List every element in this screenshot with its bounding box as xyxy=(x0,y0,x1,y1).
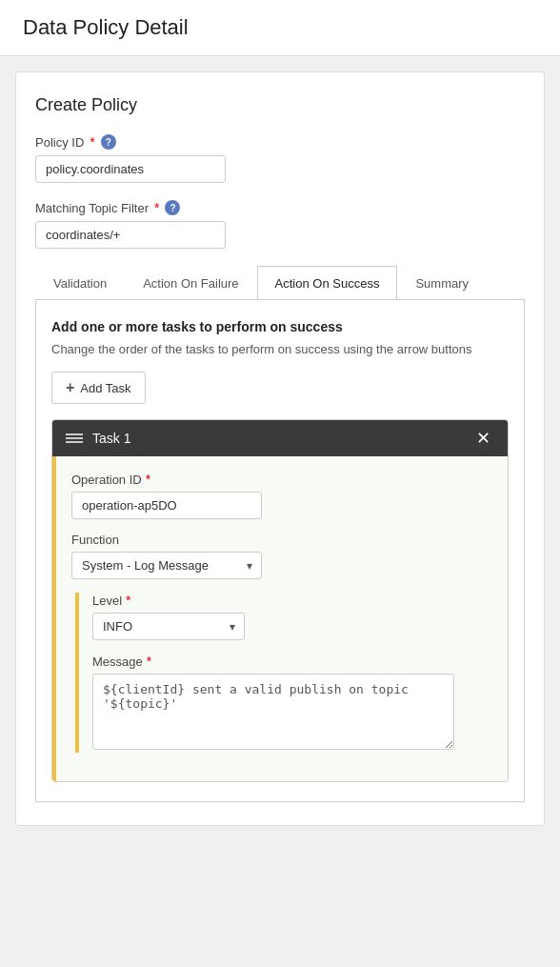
add-task-button[interactable]: + Add Task xyxy=(51,372,146,404)
level-group: Level * INFO WARN ERROR DEBUG ▾ xyxy=(92,593,492,640)
task-1-body: Operation ID * Function System - Log Mes… xyxy=(52,456,508,781)
task-1-title: Task 1 xyxy=(92,431,130,446)
task-1-close-button[interactable]: ✕ xyxy=(472,430,494,447)
function-select-wrapper: System - Log Message System - Publish Sy… xyxy=(71,552,262,579)
matching-topic-filter-label: Matching Topic Filter * ? xyxy=(35,200,525,215)
tab-content-subtext: Change the order of the tasks to perform… xyxy=(51,342,509,356)
tab-content-heading: Add one or more tasks to perform on succ… xyxy=(51,319,509,334)
function-label: Function xyxy=(71,533,492,547)
tab-action-on-failure[interactable]: Action On Failure xyxy=(125,266,256,300)
function-select[interactable]: System - Log Message System - Publish Sy… xyxy=(71,552,262,579)
card-title: Create Policy xyxy=(35,95,525,115)
task-1-header-left: Task 1 xyxy=(66,431,130,446)
page-header: Data Policy Detail xyxy=(0,0,560,56)
required-star-4: * xyxy=(126,593,130,608)
matching-topic-filter-input[interactable] xyxy=(35,221,226,249)
tab-summary[interactable]: Summary xyxy=(397,266,487,300)
required-star-2: * xyxy=(154,200,159,215)
plus-icon: + xyxy=(66,379,74,396)
task-1-card: Task 1 ✕ Operation ID * Function xyxy=(51,419,509,782)
required-star-3: * xyxy=(146,472,150,487)
create-policy-card: Create Policy Policy ID * ? Matching Top… xyxy=(15,71,545,826)
tab-action-on-success[interactable]: Action On Success xyxy=(257,266,398,300)
policy-id-label: Policy ID * ? xyxy=(35,134,525,150)
matching-topic-help-icon[interactable]: ? xyxy=(165,200,180,215)
task-1-header: Task 1 ✕ xyxy=(52,420,508,456)
level-label: Level * xyxy=(92,593,492,608)
policy-id-group: Policy ID * ? xyxy=(35,134,525,183)
level-select-wrapper: INFO WARN ERROR DEBUG ▾ xyxy=(92,613,245,640)
function-group: Function System - Log Message System - P… xyxy=(71,533,492,579)
matching-topic-filter-group: Matching Topic Filter * ? xyxy=(35,200,525,249)
message-group: Message * ${clientId} sent a valid publi… xyxy=(92,654,492,753)
operation-id-input[interactable] xyxy=(71,492,262,519)
required-star: * xyxy=(90,134,94,150)
indented-section: Level * INFO WARN ERROR DEBUG ▾ xyxy=(75,593,492,753)
required-star-5: * xyxy=(147,654,151,669)
add-task-label: Add Task xyxy=(80,381,130,395)
operation-id-label: Operation ID * xyxy=(71,472,492,487)
task-menu-icon[interactable] xyxy=(66,433,83,443)
tab-content: Add one or more tasks to perform on succ… xyxy=(35,300,525,802)
policy-id-help-icon[interactable]: ? xyxy=(101,134,116,150)
policy-id-input[interactable] xyxy=(35,155,226,183)
page-title: Data Policy Detail xyxy=(23,15,537,40)
tabs: Validation Action On Failure Action On S… xyxy=(35,266,525,300)
message-textarea[interactable]: ${clientId} sent a valid publish on topi… xyxy=(92,674,454,750)
level-select[interactable]: INFO WARN ERROR DEBUG xyxy=(92,613,245,640)
message-label: Message * xyxy=(92,654,492,669)
tab-validation[interactable]: Validation xyxy=(35,266,125,300)
operation-id-group: Operation ID * xyxy=(71,472,492,519)
